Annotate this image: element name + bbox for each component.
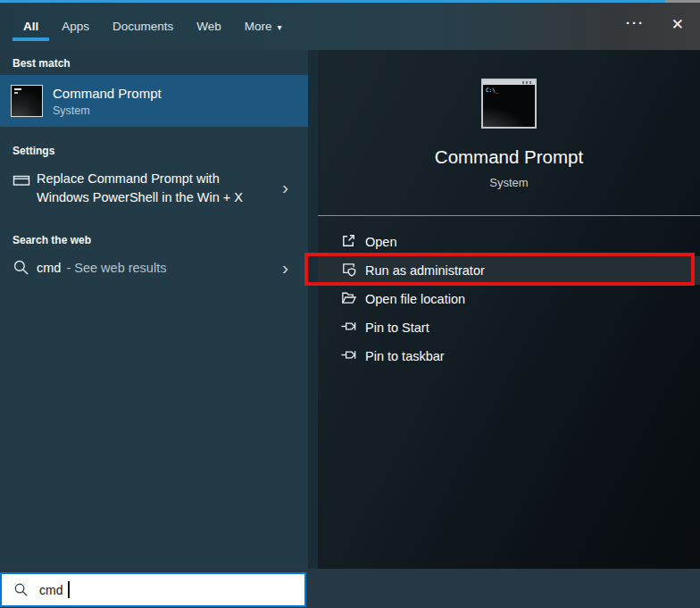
settings-result[interactable]: Replace Command Prompt with Windows Powe… (0, 161, 308, 216)
text-caret (68, 581, 70, 598)
chevron-right-icon[interactable]: › (282, 177, 288, 198)
windows-search-flyout: All Apps Documents Web More▾ ··· ✕ Best … (0, 0, 700, 608)
settings-header: Settings (0, 137, 308, 161)
preview-panel: C:\_ Command Prompt System Open (318, 50, 700, 569)
action-open-file-location-label: Open file location (365, 292, 465, 306)
tab-apps-label: Apps (62, 20, 89, 33)
results-panel: Best match Command Prompt System Setting… (0, 50, 308, 569)
launch-icon (340, 232, 357, 253)
web-search-suffix: - See web results (66, 259, 166, 278)
close-icon[interactable]: ✕ (671, 15, 684, 34)
preview-app-title: Command Prompt (435, 146, 583, 168)
web-search-text: cmd - See web results (37, 259, 262, 278)
action-run-as-administrator-label: Run as administrator (365, 263, 485, 278)
search-icon (12, 259, 30, 279)
chevron-down-icon: ▾ (278, 22, 282, 32)
action-open-label: Open (365, 235, 396, 249)
web-search-query: cmd (37, 259, 61, 278)
best-match-result[interactable]: Command Prompt System (0, 75, 308, 127)
taskbar-search-box[interactable] (0, 572, 306, 607)
result-subtitle: System (53, 104, 162, 117)
admin-shield-icon (340, 261, 357, 281)
search-the-web-header: Search the web (0, 227, 308, 250)
action-pin-to-taskbar-label: Pin to taskbar (365, 349, 445, 363)
pin-icon (340, 346, 357, 367)
filter-tabs: All Apps Documents Web More▾ (23, 3, 282, 50)
action-open[interactable]: Open (318, 228, 700, 256)
chevron-right-icon[interactable]: › (282, 257, 288, 279)
preview-app-subtitle: System (489, 176, 528, 189)
tab-documents-label: Documents (112, 20, 173, 33)
tab-all[interactable]: All (23, 20, 38, 33)
tab-more-label: More (245, 20, 272, 33)
panel-gutter (308, 50, 318, 569)
action-pin-to-start-label: Pin to Start (365, 321, 429, 335)
more-options-icon[interactable]: ··· (626, 15, 645, 30)
tab-apps[interactable]: Apps (62, 20, 89, 33)
tab-web[interactable]: Web (196, 20, 221, 33)
settings-result-label: Replace Command Prompt with Windows Powe… (37, 170, 262, 207)
web-search-result[interactable]: cmd - See web results › (0, 250, 308, 287)
action-open-file-location[interactable]: Open file location (318, 285, 700, 313)
tab-web-label: Web (196, 20, 221, 33)
command-prompt-icon (11, 85, 43, 117)
actions-divider (318, 215, 700, 216)
command-prompt-icon: C:\_ (481, 79, 537, 129)
action-run-as-administrator[interactable]: Run as administrator (318, 256, 700, 285)
tab-documents[interactable]: Documents (112, 20, 173, 33)
search-filter-bar: All Apps Documents Web More▾ ··· ✕ (0, 3, 700, 50)
search-icon (13, 582, 29, 597)
best-match-header: Best match (0, 50, 308, 73)
result-title: Command Prompt (53, 86, 162, 101)
context-actions: Open Run as administrator Open file (318, 228, 700, 371)
tab-more[interactable]: More▾ (245, 20, 282, 33)
pin-icon (340, 318, 357, 338)
tab-all-label: All (23, 20, 38, 33)
preview-hero: C:\_ Command Prompt System (318, 50, 700, 189)
window-icon (12, 171, 30, 193)
search-input[interactable] (39, 583, 68, 597)
folder-open-icon (340, 289, 357, 310)
action-pin-to-taskbar[interactable]: Pin to taskbar (318, 342, 700, 371)
best-match-text: Command Prompt System (53, 86, 162, 117)
action-pin-to-start[interactable]: Pin to Start (318, 313, 700, 342)
